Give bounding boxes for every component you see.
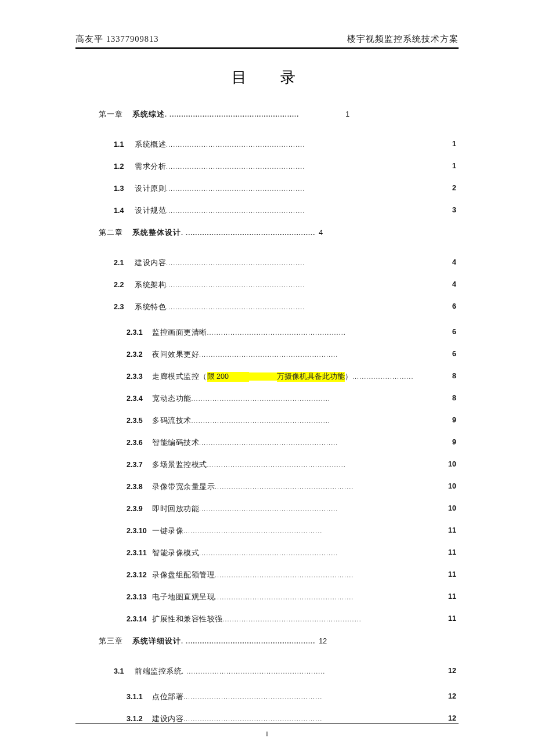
toc-label: 多码流技术: [152, 416, 192, 426]
toc-entry: 2.3.7多场景监控模式 ...........................…: [75, 460, 459, 482]
toc-entry: 2.3系统特色 ................................…: [75, 302, 459, 324]
header-rule-2: [75, 48, 459, 49]
toc-leader-dots: ........................................…: [183, 693, 322, 700]
toc-label: 系统架构: [135, 280, 166, 290]
toc-index: 1.2: [114, 162, 135, 171]
toc-leader-dots: . ......................................…: [165, 111, 299, 118]
toc-entry: 1.3设计原则 ................................…: [75, 184, 459, 206]
header-right-text: 楼宇视频监控系统技术方案: [347, 34, 459, 45]
toc-entry: 2.3.9即时回放功能 ............................…: [75, 504, 459, 526]
toc-index: 1.1: [114, 140, 135, 149]
toc-page-number: 11: [448, 570, 456, 578]
toc-entry: 2.3.3走廊模式监控（限 200 万摄像机具备此功能） ...........…: [75, 372, 459, 394]
toc-label: 扩展性和兼容性较强: [152, 614, 223, 624]
document-page: 高友平 13377909813 楼宇视频监控系统技术方案 目 录 第一章系统综述…: [0, 0, 534, 756]
toc-label: 系统特色: [135, 302, 166, 312]
toc-title: 目 录: [8, 67, 534, 88]
toc-index: 2.3.13: [127, 593, 152, 601]
toc-label: 系统整体设计: [132, 228, 181, 238]
toc-label: 设计原则: [135, 184, 166, 194]
toc-highlight-gap: [249, 372, 277, 381]
toc-label: 需求分析: [135, 162, 166, 172]
toc-leader-dots: ........................................…: [207, 461, 346, 468]
toc-page-number: 9: [452, 416, 456, 424]
toc-index: 2.3.11: [127, 549, 152, 557]
toc-page-number: 4: [452, 280, 456, 288]
toc-leader-dots: ........................................…: [199, 351, 338, 358]
toc-page-number: 6: [452, 328, 456, 336]
toc-leader-dots: ........................................…: [215, 571, 353, 578]
toc-leader-dots: . ......................................…: [182, 668, 325, 675]
page-header: 高友平 13377909813 楼宇视频监控系统技术方案: [0, 34, 534, 47]
toc-page-number: 8: [452, 394, 456, 402]
footer-rule: [75, 723, 459, 724]
toc-page-number: 4: [452, 258, 456, 266]
toc-label: 电子地图直观呈现: [152, 592, 215, 602]
toc-entry: 1.2需求分析 ................................…: [75, 162, 459, 184]
toc-index: 第一章: [99, 110, 132, 120]
toc-label: 一键录像: [152, 526, 183, 536]
toc-page-number: 12: [448, 714, 456, 722]
toc-page-number: 2: [452, 184, 456, 192]
toc-page-number: 4: [319, 229, 323, 237]
toc-leader-dots: ........................................…: [215, 483, 353, 490]
toc-index: 2.3: [114, 303, 135, 311]
toc-index: 2.3.9: [127, 505, 152, 513]
toc-label: 系统概述: [135, 140, 166, 150]
toc-page-number: 11: [448, 526, 456, 534]
toc-page-number: 10: [448, 460, 456, 468]
toc-leader-dots: ........................................…: [199, 505, 338, 512]
toc-label: 多场景监控模式: [152, 460, 207, 470]
toc-index: 3.1.2: [127, 715, 152, 723]
toc-index: 1.3: [114, 185, 135, 193]
toc-index: 2.3.4: [127, 395, 152, 403]
toc-entry: 2.3.14扩展性和兼容性较强 ........................…: [75, 614, 459, 636]
toc-entry: 第二章 系统整体设计 . ...........................…: [75, 228, 459, 255]
toc-page-number: 3: [452, 206, 456, 214]
toc-label: 监控画面更清晰: [152, 328, 207, 338]
toc-entry: 2.3.6智能编码技术 ............................…: [75, 438, 459, 460]
toc-label: 前端监控系统: [135, 667, 182, 677]
toc-entry: 2.3.5多码流技术 .............................…: [75, 416, 459, 438]
header-rule-1: [75, 47, 459, 48]
toc-index: 1.4: [114, 207, 135, 215]
toc-page-number: 6: [452, 302, 456, 310]
toc-label: 录像带宽余量显示: [152, 482, 215, 492]
toc-index: 2.3.12: [127, 571, 152, 579]
toc-page-number: 6: [452, 350, 456, 358]
toc-leader-dots: ........................................…: [166, 303, 305, 310]
toc-entry: 2.3.1监控画面更清晰 ...........................…: [75, 328, 459, 350]
toc-label: 系统综述: [132, 110, 165, 120]
toc-leader-dots: ........................................…: [166, 163, 305, 170]
toc-leader-dots: ........................................…: [215, 594, 353, 601]
toc-entry: 2.1建设内容 ................................…: [75, 258, 459, 280]
toc-index: 第二章: [99, 228, 132, 238]
toc-page-number: 12: [448, 692, 456, 700]
toc-label-tail: ）: [345, 372, 353, 382]
toc-index: 2.3.14: [127, 615, 152, 623]
toc-leader-dots: ........................................…: [199, 549, 338, 556]
toc-entry: 第三章 系统详细设计 . ...........................…: [75, 636, 459, 663]
toc-index: 2.3.7: [127, 461, 152, 469]
toc-page-number: 12: [448, 667, 456, 675]
toc-label: 夜间效果更好: [152, 350, 199, 360]
toc-page-number: 10: [448, 504, 456, 512]
toc-leader-dots: ........................................…: [192, 395, 330, 402]
toc-entry: 1.1系统概述 ................................…: [75, 140, 459, 162]
toc-leader-dots: ........................................…: [207, 329, 346, 336]
toc-entry: 2.2系统架构 ................................…: [75, 280, 459, 302]
toc-index: 2.3.10: [127, 527, 152, 535]
toc-page-number: 10: [448, 482, 456, 490]
toc-leader-dots: ........................................…: [223, 616, 362, 623]
toc-leader-dots: . ......................................…: [181, 638, 315, 645]
toc-label-special: 走廊模式监控（限 200 万摄像机具备此功能） ................…: [152, 372, 459, 382]
toc-entry: 2.3.12录像盘组配额管理 .........................…: [75, 570, 459, 592]
table-of-contents: 第一章系统综述 . ..............................…: [75, 110, 459, 736]
toc-label: 系统详细设计: [132, 636, 181, 646]
toc-page-number: 9: [452, 438, 456, 446]
toc-entry: 2.3.8录像带宽余量显示 ..........................…: [75, 482, 459, 504]
toc-leader-dots: ........................................…: [166, 185, 305, 192]
toc-leader-dots: ........................................…: [166, 141, 305, 148]
toc-page-number: 11: [448, 548, 456, 556]
toc-index: 2.3.5: [127, 417, 152, 425]
